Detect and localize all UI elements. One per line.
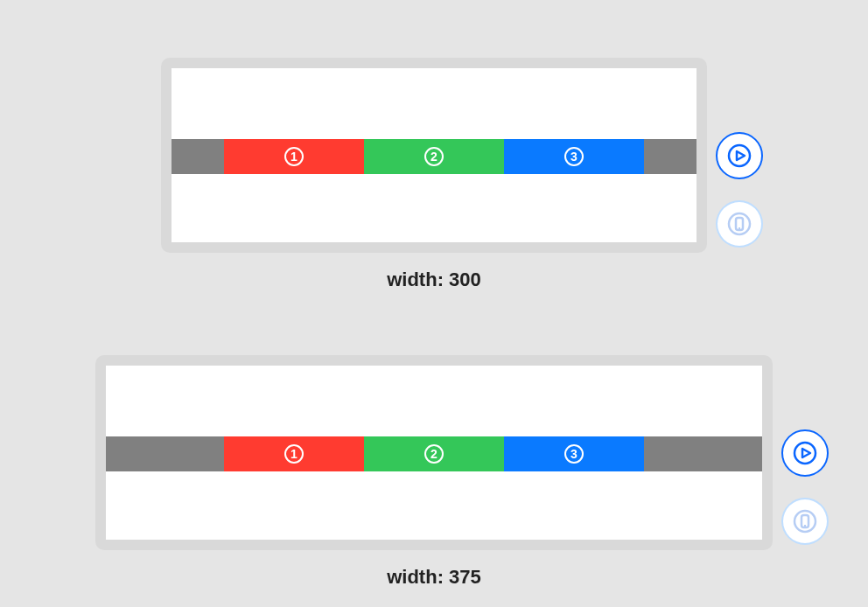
svg-text:1: 1 bbox=[290, 447, 298, 461]
device-button[interactable] bbox=[781, 498, 829, 545]
tab-gutter-right bbox=[644, 436, 762, 471]
tab-bar: 1 2 3 bbox=[106, 436, 762, 471]
caption-label: width: 300 bbox=[387, 269, 481, 291]
svg-text:3: 3 bbox=[570, 150, 578, 164]
controls-group bbox=[716, 132, 763, 248]
tab-bar: 1 2 3 bbox=[172, 139, 696, 174]
caption-label: width: 375 bbox=[387, 566, 481, 589]
svg-point-6 bbox=[729, 145, 750, 166]
svg-text:2: 2 bbox=[430, 150, 438, 164]
preview-frame: 1 2 3 bbox=[95, 355, 773, 550]
example-block-300: 1 2 3 width: 300 bbox=[0, 58, 868, 291]
device-icon bbox=[727, 212, 752, 236]
tab-3[interactable]: 3 bbox=[504, 436, 644, 471]
controls-group bbox=[781, 429, 829, 545]
preview-frame: 1 2 3 bbox=[161, 58, 707, 253]
tab-gutter-left bbox=[106, 436, 224, 471]
svg-text:3: 3 bbox=[570, 447, 578, 461]
example-block-375: 1 2 3 width: 375 bbox=[0, 355, 868, 589]
tab-1[interactable]: 1 bbox=[224, 436, 364, 471]
tab-2[interactable]: 2 bbox=[364, 436, 504, 471]
device-icon bbox=[793, 509, 817, 534]
tab-1[interactable]: 1 bbox=[224, 139, 364, 174]
tab-gutter-right bbox=[644, 139, 696, 174]
svg-point-7 bbox=[729, 213, 750, 234]
device-button[interactable] bbox=[716, 200, 763, 248]
tab-3[interactable]: 3 bbox=[504, 139, 644, 174]
play-button[interactable] bbox=[781, 429, 829, 477]
tab-2[interactable]: 2 bbox=[364, 139, 504, 174]
preview-canvas: 1 2 3 bbox=[172, 68, 696, 242]
preview-canvas: 1 2 3 bbox=[106, 366, 762, 540]
play-icon bbox=[793, 441, 817, 465]
tab-gutter-left bbox=[172, 139, 224, 174]
play-icon bbox=[727, 143, 752, 168]
svg-text:1: 1 bbox=[290, 150, 298, 164]
svg-text:2: 2 bbox=[430, 447, 438, 461]
play-button[interactable] bbox=[716, 132, 763, 179]
svg-point-16 bbox=[794, 443, 816, 464]
svg-point-17 bbox=[794, 511, 816, 532]
